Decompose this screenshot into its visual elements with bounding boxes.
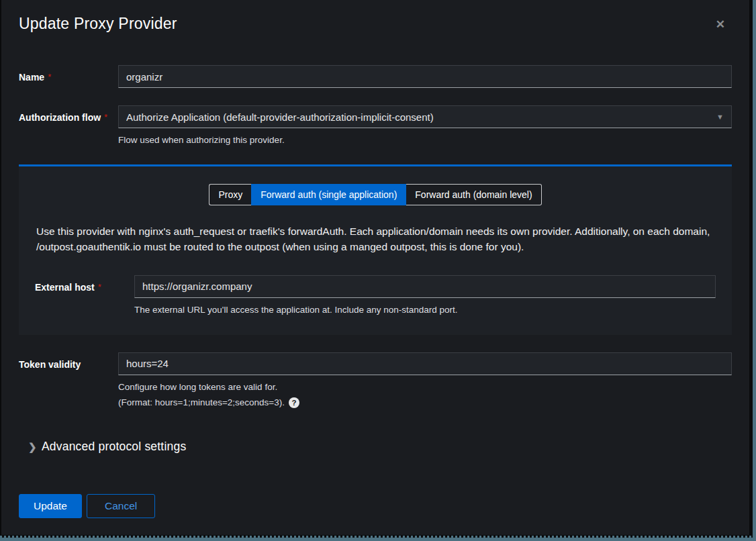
authorization-flow-row: Authorization flow* Authorize Applicatio…: [19, 105, 732, 146]
authorization-flow-label: Authorization flow: [19, 112, 101, 123]
advanced-protocol-settings-expander[interactable]: ❯ Advanced protocol settings: [19, 440, 732, 454]
question-circle-icon[interactable]: ?: [289, 397, 299, 408]
authorization-flow-select[interactable]: Authorize Application (default-provider-…: [118, 105, 732, 128]
token-validity-input[interactable]: [118, 352, 732, 375]
authorization-flow-help: Flow used when authorizing this provider…: [118, 134, 732, 146]
authorization-flow-field-col: Authorize Application (default-provider-…: [118, 105, 732, 146]
update-proxy-provider-modal: Update Proxy Provider ✕ Name* Authorizat…: [1, 0, 749, 535]
external-host-input[interactable]: [134, 275, 716, 298]
caret-down-icon: ▼: [716, 113, 724, 121]
forward-auth-description: Use this provider with nginx's auth_requ…: [36, 224, 714, 255]
external-host-field-col: The external URL you'll access the appli…: [134, 275, 716, 316]
token-validity-row: Token validity Configure how long tokens…: [19, 352, 732, 409]
external-host-label-col: External host*: [35, 275, 134, 293]
cancel-button[interactable]: Cancel: [87, 494, 155, 518]
authorization-flow-selected-value: Authorize Application (default-provider-…: [126, 111, 434, 123]
external-host-label: External host: [35, 282, 95, 293]
token-validity-help-1: Configure how long tokens are valid for.: [118, 381, 732, 393]
modal-actions: Update Cancel: [19, 494, 732, 518]
proxy-mode-toggle-group: Proxy Forward auth (single application) …: [35, 184, 716, 205]
token-validity-field-col: Configure how long tokens are valid for.…: [118, 352, 732, 409]
name-input[interactable]: [118, 65, 732, 88]
external-host-required-marker: *: [98, 282, 101, 292]
modal-title: Update Proxy Provider: [19, 15, 177, 33]
name-label-col: Name*: [19, 65, 118, 83]
token-validity-help-2: (Format: hours=1;minutes=2;seconds=3).: [118, 397, 285, 409]
close-icon[interactable]: ✕: [709, 15, 732, 34]
token-validity-label: Token validity: [19, 359, 81, 370]
chevron-right-icon: ❯: [19, 441, 42, 453]
advanced-protocol-settings-label: Advanced protocol settings: [42, 440, 186, 454]
external-host-row: External host* The external URL you'll a…: [35, 275, 716, 316]
authorization-flow-required-marker: *: [104, 112, 107, 122]
proxy-mode-card: Proxy Forward auth (single application) …: [19, 164, 732, 335]
tab-forward-auth-single-application[interactable]: Forward auth (single application): [251, 184, 406, 205]
external-host-help: The external URL you'll access the appli…: [134, 304, 716, 316]
name-label: Name: [19, 72, 44, 83]
update-button[interactable]: Update: [19, 494, 82, 518]
tab-forward-auth-domain-level[interactable]: Forward auth (domain level): [406, 184, 541, 205]
name-field-col: [118, 65, 732, 88]
modal-header: Update Proxy Provider ✕: [19, 15, 732, 34]
tab-proxy[interactable]: Proxy: [209, 184, 251, 205]
name-field-row: Name*: [19, 65, 732, 88]
screenshot-frame: Update Proxy Provider ✕ Name* Authorizat…: [0, 0, 756, 541]
token-validity-label-col: Token validity: [19, 352, 118, 371]
backdrop-dotted-edge: [0, 536, 753, 538]
authorization-flow-label-col: Authorization flow*: [19, 105, 118, 124]
name-required-marker: *: [48, 72, 51, 82]
token-validity-help-2-line: (Format: hours=1;minutes=2;seconds=3). ?: [118, 397, 732, 409]
